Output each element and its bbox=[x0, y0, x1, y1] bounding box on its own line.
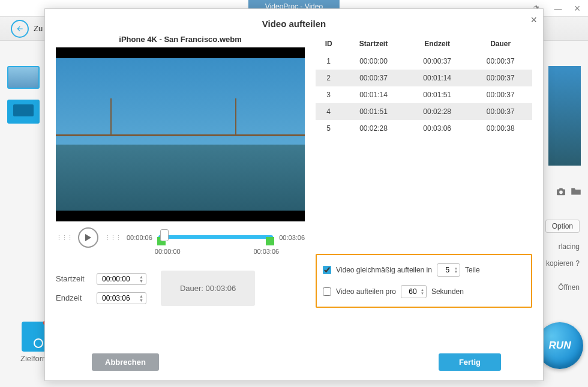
cell-dur: 00:00:37 bbox=[469, 53, 532, 70]
range-slider[interactable]: 00:00:00 00:03:06 bbox=[158, 231, 273, 245]
cell-end: 00:01:51 bbox=[406, 86, 469, 103]
thumbnail-strip bbox=[7, 66, 40, 124]
spin-down-icon[interactable]: ▼ bbox=[454, 270, 458, 274]
cell-start: 00:01:14 bbox=[341, 86, 406, 103]
option-button-fragment[interactable]: Option bbox=[545, 220, 580, 233]
range-start-label: 00:00:00 bbox=[155, 248, 181, 255]
split-seconds-checkbox[interactable] bbox=[323, 287, 331, 296]
cell-start: 00:01:51 bbox=[341, 103, 406, 120]
spin-down-icon[interactable]: ▼ bbox=[139, 279, 143, 283]
spin-down-icon[interactable]: ▼ bbox=[139, 298, 143, 302]
cell-end: 00:00:37 bbox=[406, 53, 469, 70]
table-row[interactable]: 100:00:0000:00:3700:00:37 bbox=[316, 53, 532, 70]
dialog-close-icon[interactable]: × bbox=[530, 14, 537, 26]
play-button[interactable] bbox=[78, 227, 98, 248]
end-time-input[interactable] bbox=[102, 294, 137, 302]
split-seconds-label-a: Video aufteilen pro bbox=[336, 287, 396, 296]
range-end-handle[interactable] bbox=[266, 237, 274, 245]
range-end-label: 00:03:06 bbox=[253, 248, 279, 255]
folder-icon[interactable] bbox=[570, 187, 582, 197]
table-row[interactable]: 500:02:2800:03:0600:00:38 bbox=[316, 120, 532, 137]
cell-start: 00:00:00 bbox=[341, 53, 406, 70]
bg-text-fragment-1: rlacing bbox=[559, 242, 580, 251]
duration-display: Dauer: 00:03:06 bbox=[161, 271, 255, 306]
split-seconds-label-b: Sekunden bbox=[431, 287, 464, 296]
split-dialog: × Video aufteilen iPhone 4K - San Franci… bbox=[44, 8, 544, 381]
playhead-handle[interactable] bbox=[160, 229, 169, 241]
cell-id: 1 bbox=[316, 53, 341, 70]
document-icon bbox=[22, 322, 47, 352]
device-icon[interactable] bbox=[7, 100, 40, 124]
bg-text-fragment-2: , kopieren ? bbox=[542, 259, 580, 268]
cell-end: 00:01:14 bbox=[406, 70, 469, 86]
video-preview[interactable] bbox=[56, 47, 305, 221]
start-time-input[interactable] bbox=[102, 275, 137, 283]
table-row[interactable]: 300:01:1400:01:5100:00:37 bbox=[316, 86, 532, 103]
grip-icon: ⋮⋮⋮ bbox=[56, 234, 72, 242]
cell-id: 5 bbox=[316, 120, 341, 137]
split-evenly-checkbox[interactable] bbox=[323, 266, 331, 274]
cell-end: 00:03:06 bbox=[406, 120, 469, 137]
cell-end: 00:02:28 bbox=[406, 103, 469, 120]
parts-input[interactable] bbox=[441, 265, 454, 275]
end-time-label: Endzeit bbox=[56, 293, 89, 302]
current-time: 00:00:06 bbox=[127, 234, 152, 241]
bg-preview-thumb bbox=[548, 66, 581, 166]
split-options: Video gleichmäßig aufteilen in ▲▼ Teile … bbox=[316, 254, 532, 308]
start-time-spinner[interactable]: ▲▼ bbox=[97, 273, 146, 285]
table-row[interactable]: 400:01:5100:02:2800:00:37 bbox=[316, 103, 532, 120]
spin-down-icon[interactable]: ▼ bbox=[421, 292, 424, 295]
spin-up-icon[interactable]: ▲ bbox=[139, 275, 143, 279]
minimize-icon[interactable]: — bbox=[552, 2, 564, 14]
th-dur: Dauer bbox=[469, 35, 532, 53]
cell-start: 00:02:28 bbox=[341, 120, 406, 137]
playback-controls: ⋮⋮⋮ ⋮⋮⋮ 00:00:06 00:00:00 00:03:06 00:03… bbox=[56, 227, 305, 248]
cell-id: 3 bbox=[316, 86, 341, 103]
cell-dur: 00:00:38 bbox=[469, 120, 532, 137]
total-time: 00:03:06 bbox=[279, 234, 305, 241]
table-row[interactable]: 200:00:3700:01:1400:00:37 bbox=[316, 70, 532, 86]
video-thumbnail[interactable] bbox=[7, 66, 40, 89]
cell-dur: 00:00:37 bbox=[469, 70, 532, 86]
bg-text-fragment-3[interactable]: Öffnen bbox=[558, 283, 580, 292]
th-id: ID bbox=[316, 35, 341, 53]
grip-icon: ⋮⋮⋮ bbox=[104, 234, 121, 242]
dialog-title: Video aufteilen bbox=[45, 9, 543, 35]
split-evenly-label-b: Teile bbox=[465, 266, 480, 274]
back-label: Zu bbox=[34, 24, 43, 33]
start-time-label: Startzeit bbox=[56, 274, 89, 283]
cell-id: 4 bbox=[316, 103, 341, 120]
camera-icon[interactable] bbox=[556, 187, 566, 197]
cell-id: 2 bbox=[316, 70, 341, 86]
segments-table: ID Startzeit Endzeit Dauer 100:00:0000:0… bbox=[316, 35, 532, 137]
cancel-button[interactable]: Abbrechen bbox=[92, 353, 159, 371]
ok-button[interactable]: Fertig bbox=[439, 353, 501, 371]
video-filename: iPhone 4K - San Francisco.webm bbox=[56, 35, 305, 44]
cell-dur: 00:00:37 bbox=[469, 103, 532, 120]
cell-dur: 00:00:37 bbox=[469, 86, 532, 103]
seconds-input[interactable] bbox=[405, 286, 421, 297]
th-end: Endzeit bbox=[406, 35, 469, 53]
back-button[interactable] bbox=[11, 20, 29, 38]
close-window-icon[interactable]: × bbox=[571, 2, 583, 14]
spin-up-icon[interactable]: ▲ bbox=[139, 294, 143, 298]
split-evenly-label-a: Video gleichmäßig aufteilen in bbox=[336, 266, 432, 274]
end-time-spinner[interactable]: ▲▼ bbox=[97, 292, 146, 304]
th-start: Startzeit bbox=[341, 35, 406, 53]
cell-start: 00:00:37 bbox=[341, 70, 406, 86]
